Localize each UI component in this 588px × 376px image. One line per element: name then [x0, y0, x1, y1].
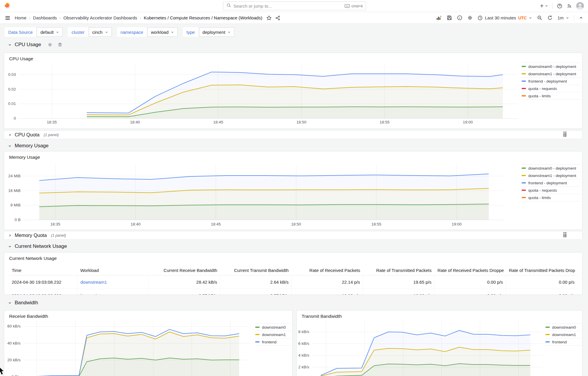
- drag-handle-icon[interactable]: [564, 232, 569, 238]
- chevron-down-icon: [8, 301, 12, 305]
- variable-namespace: namespaceworkload: [117, 27, 178, 37]
- topbar-actions: +: [540, 0, 584, 12]
- grafana-logo-icon[interactable]: [4, 2, 12, 10]
- drag-handle-icon[interactable]: [564, 132, 569, 138]
- panel-cpu-usage: CPU Usage 18:3518:4018:4518:5018:5519:00…: [4, 53, 582, 129]
- legend-item[interactable]: downstream1: [545, 331, 581, 338]
- column-header[interactable]: Rate of Transmitted Packets: [363, 265, 435, 275]
- column-header[interactable]: Current Receive Bandwidth: [149, 265, 220, 275]
- add-new-button[interactable]: +: [540, 2, 548, 9]
- workload-link[interactable]: frontend: [80, 293, 96, 295]
- dashboard-settings-icon[interactable]: [467, 15, 473, 21]
- keyboard-icon: [345, 4, 350, 8]
- row-settings-icon[interactable]: [48, 42, 52, 47]
- column-header[interactable]: Time: [9, 265, 77, 275]
- variable-type: typedeployment: [183, 27, 234, 37]
- variable-data-source: Data Sourcedefault: [5, 27, 63, 37]
- section-bandwidth[interactable]: Bandwidth: [8, 300, 38, 306]
- collapse-toolbar-icon[interactable]: [579, 16, 583, 20]
- chevron-down-icon: [56, 31, 59, 34]
- column-header[interactable]: Rate of Received Packets Droppe: [435, 265, 506, 275]
- chart-legend: downstream0downstream1frontend: [545, 323, 581, 346]
- legend-item[interactable]: quota - limits: [522, 92, 580, 100]
- workload-link[interactable]: downstream1: [80, 280, 107, 285]
- legend-label: downstream1: [552, 332, 576, 337]
- chevron-right-icon: [8, 234, 12, 237]
- transmit-bandwidth-chart[interactable]: 0 B/s2 kB/s4 kB/s6 kB/s8 kB/sdownstream0…: [297, 310, 582, 376]
- variable-label[interactable]: cluster: [68, 27, 88, 37]
- chart-canvas[interactable]: [4, 53, 582, 129]
- legend-item[interactable]: downstream1 - deployment: [522, 172, 580, 179]
- time-range-picker[interactable]: Last 30 minutes UTC: [477, 15, 532, 21]
- variable-value-dropdown[interactable]: cinch: [89, 27, 112, 37]
- news-icon[interactable]: [567, 3, 572, 9]
- legend-item[interactable]: frontend - deployment: [522, 78, 580, 85]
- chevron-down-icon: [105, 31, 108, 34]
- zoom-out-icon[interactable]: [537, 15, 542, 21]
- panel-transmit-bandwidth: Transmit Bandwidth 0 B/s2 kB/s4 kB/s6 kB…: [296, 310, 582, 376]
- legend-item[interactable]: downstream0 - deployment: [522, 165, 580, 172]
- variable-label[interactable]: Data Source: [5, 27, 36, 37]
- section-cpu-usage[interactable]: CPU Usage: [8, 42, 62, 48]
- variable-label[interactable]: type: [183, 27, 198, 37]
- chart-canvas[interactable]: [297, 310, 582, 376]
- legend-item[interactable]: downstream1 - deployment: [522, 70, 580, 78]
- legend-item[interactable]: downstream0: [545, 324, 581, 331]
- breadcrumb-item[interactable]: Kubernetes / Compute Resources / Namespa…: [144, 15, 262, 20]
- legend-item[interactable]: downstream1: [255, 331, 291, 338]
- panel-count: (1 panel): [51, 233, 66, 238]
- legend-label: downstream1 - deployment: [528, 173, 576, 178]
- breadcrumb: Home›Dashboards›Observability Accelerato…: [15, 15, 262, 20]
- legend-item[interactable]: downstream0: [255, 324, 291, 331]
- variables-row: Data Sourcedefaultclustercinchnamespacew…: [5, 27, 234, 37]
- column-header[interactable]: Workload: [77, 265, 149, 275]
- breadcrumb-item[interactable]: Observability Accelerator Dashboards: [64, 15, 137, 20]
- column-header[interactable]: Current Transmit Bandwidth: [220, 265, 292, 275]
- section-memory-usage[interactable]: Memory Usage: [8, 143, 49, 149]
- panel-receive-bandwidth: Receive Bandwidth 0 B/s20 kB/s40 kB/s60 …: [4, 310, 293, 376]
- breadcrumb-item[interactable]: Dashboards: [33, 15, 57, 20]
- chevron-down-icon: [545, 4, 548, 8]
- section-cpu-quota[interactable]: CPU Quota (1 panel): [4, 131, 582, 139]
- search-input[interactable]: Search or jump to... cmd+k: [223, 1, 366, 10]
- memory-usage-chart[interactable]: 18:3518:4018:4518:5018:5519:000 B8 MiB16…: [4, 151, 582, 230]
- breadcrumb-separator: ›: [140, 16, 141, 20]
- column-header[interactable]: Rate of Received Packets: [292, 265, 363, 275]
- legend-item[interactable]: frontend: [255, 338, 291, 346]
- section-memory-quota[interactable]: Memory Quota (1 panel): [4, 231, 582, 240]
- legend-label: frontend: [262, 340, 277, 344]
- variable-value-dropdown[interactable]: default: [37, 27, 63, 37]
- variable-value-dropdown[interactable]: deployment: [199, 27, 235, 37]
- add-panel-icon[interactable]: [436, 15, 442, 21]
- refresh-interval-dropdown[interactable]: 1m: [557, 15, 569, 20]
- legend-swatch-icon: [545, 334, 550, 335]
- legend-item[interactable]: frontend: [545, 338, 581, 346]
- panel-info-icon[interactable]: [457, 15, 462, 21]
- share-icon[interactable]: [275, 15, 280, 21]
- breadcrumb-item[interactable]: Home: [15, 15, 26, 20]
- legend-item[interactable]: downstream0 - deployment: [522, 63, 580, 70]
- user-avatar[interactable]: [576, 2, 584, 10]
- legend-swatch-icon: [522, 197, 526, 198]
- chart-canvas[interactable]: [4, 310, 292, 376]
- help-icon[interactable]: [557, 3, 562, 9]
- chart-canvas[interactable]: [4, 151, 582, 230]
- column-header[interactable]: Rate of Transmitted Packets Drop: [506, 265, 577, 275]
- row-delete-icon[interactable]: [58, 42, 62, 47]
- menu-icon[interactable]: [5, 15, 11, 21]
- legend-item[interactable]: quota - requests: [522, 187, 580, 194]
- legend-item[interactable]: quota - requests: [522, 85, 580, 92]
- cpu-usage-chart[interactable]: 18:3518:4018:4518:5018:5519:0000.010.020…: [4, 53, 582, 128]
- dashboard-toolbar: Home›Dashboards›Observability Accelerato…: [0, 12, 588, 24]
- refresh-icon[interactable]: [547, 15, 553, 21]
- favorite-star-icon[interactable]: [266, 15, 272, 21]
- receive-bandwidth-chart[interactable]: 0 B/s20 kB/s40 kB/s60 kB/sdownstream0dow…: [4, 310, 292, 376]
- variable-label[interactable]: namespace: [117, 27, 147, 37]
- variable-value-dropdown[interactable]: workload: [147, 27, 178, 37]
- legend-item[interactable]: quota - limits: [522, 194, 580, 201]
- section-current-network-usage[interactable]: Current Network Usage: [8, 243, 67, 249]
- network-usage-table: TimeWorkloadCurrent Receive BandwidthCur…: [9, 265, 577, 295]
- save-dashboard-icon[interactable]: [447, 15, 452, 21]
- value-cell: 13.32 p/s: [292, 289, 363, 295]
- legend-item[interactable]: frontend - deployment: [522, 179, 580, 187]
